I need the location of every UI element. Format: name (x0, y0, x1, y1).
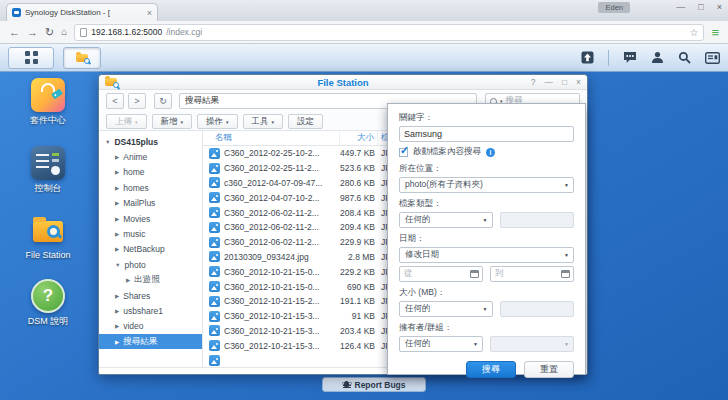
chevron-right-icon[interactable]: ▶ (115, 308, 119, 314)
browser-maximize-button[interactable]: □ (698, 2, 703, 12)
file-size: 203.4 KB (340, 326, 378, 336)
tree-item-music[interactable]: ▶music (99, 226, 202, 241)
back-icon[interactable]: ← (9, 27, 20, 38)
content-search-checkbox[interactable]: ✓ (399, 148, 408, 157)
tree-item-homes[interactable]: ▶homes (99, 180, 202, 195)
date-from-input[interactable]: 從 (399, 266, 483, 282)
browser-profile-badge[interactable]: Eden (598, 2, 630, 13)
chevron-right-icon[interactable]: ▶ (115, 200, 119, 206)
notifications-icon[interactable] (623, 51, 637, 64)
browser-tab[interactable]: Synology DiskStation - [ × (6, 3, 158, 21)
browser-close-button[interactable]: × (717, 2, 722, 12)
toolbar-button-label: 新增 (161, 116, 178, 128)
search-button[interactable]: 搜尋 (466, 361, 516, 378)
window-title-bar[interactable]: File Station ? — □ × (99, 75, 587, 90)
main-menu-button[interactable] (8, 47, 54, 69)
date-mode-value: 修改日期 (405, 249, 439, 261)
refresh-button[interactable]: ↻ (154, 93, 172, 109)
toolbar-button-操作[interactable]: 操作▾ (197, 114, 238, 129)
tree-item-搜尋結果[interactable]: ▶搜尋結果 (99, 334, 202, 349)
calendar-icon[interactable] (470, 270, 479, 278)
chevron-right-icon[interactable]: ▶ (115, 154, 119, 160)
size-select[interactable]: 任何的 ▼ (399, 301, 493, 317)
file-type-select[interactable]: 任何的 ▼ (399, 212, 493, 228)
search-icon[interactable] (678, 51, 691, 64)
taskbar-separator (608, 50, 609, 66)
desktop-icon-package-center[interactable]: 套件中心 (9, 78, 87, 127)
file-size: 2.8 MB (340, 252, 378, 262)
desktop-icon-control-panel[interactable]: 控制台 (9, 146, 87, 195)
chevron-right-icon[interactable]: ▶ (115, 246, 119, 252)
tree-item-NetBackup[interactable]: ▶NetBackup (99, 242, 202, 257)
toolbar-button-上傳[interactable]: 上傳▾ (106, 114, 147, 129)
window-close-button[interactable]: × (576, 78, 581, 87)
chevron-right-icon[interactable]: ▶ (115, 169, 119, 175)
report-bugs-button[interactable]: Report Bugs (322, 377, 426, 392)
file-size: 280.6 KB (340, 178, 378, 188)
advanced-search-panel: 關鍵字： ✓ 啟動檔案內容搜尋 i 所在位置： photo(所有子資料夾) ▼ … (387, 103, 586, 375)
forward-icon[interactable]: → (27, 27, 38, 38)
tree-item-photo[interactable]: ▼photo (99, 257, 202, 272)
tree-item-home[interactable]: ▶home (99, 165, 202, 180)
tree-item-video[interactable]: ▶video (99, 319, 202, 334)
chevron-right-icon[interactable]: ▶ (126, 277, 130, 283)
tree-item-label: 出遊照 (134, 274, 160, 286)
toolbar-button-新增[interactable]: 新增▾ (152, 114, 193, 129)
chevron-right-icon[interactable]: ▶ (115, 339, 119, 345)
home-icon[interactable]: ⌂ (61, 27, 67, 37)
tab-close-icon[interactable]: × (147, 8, 152, 18)
image-file-icon (209, 266, 220, 277)
chevron-right-icon[interactable]: ▶ (115, 323, 119, 329)
keyword-input[interactable] (399, 126, 574, 142)
chevron-right-icon[interactable]: ▶ (115, 293, 119, 299)
chevron-down-icon[interactable]: ▼ (105, 139, 110, 145)
chevron-right-icon[interactable]: ▶ (115, 231, 119, 237)
desktop-icon-file-station[interactable]: File Station (9, 214, 87, 260)
tree-item-MailPlus[interactable]: ▶MailPlus (99, 196, 202, 211)
reload-icon[interactable]: ↻ (45, 27, 54, 38)
image-file-icon (209, 340, 220, 351)
file-name: C360_2012-10-21-15-0... (224, 282, 319, 292)
toolbar-button-設定[interactable]: 設定 (288, 114, 323, 129)
bookmark-star-icon[interactable]: ☆ (689, 27, 698, 38)
tree-item-Shares[interactable]: ▶Shares (99, 288, 202, 303)
address-bar[interactable]: 192.168.1.62:5000 /index.cgi ☆ (74, 24, 704, 41)
column-header-size[interactable]: 大小 (340, 131, 378, 145)
reset-button[interactable]: 重置 (524, 361, 574, 378)
tree-item-usbshare1[interactable]: ▶usbshare1 (99, 303, 202, 318)
chevron-right-icon[interactable]: ▶ (115, 185, 119, 191)
tree-item-Movies[interactable]: ▶Movies (99, 211, 202, 226)
tree-item-出遊照[interactable]: ▶出遊照 (99, 273, 202, 288)
browser-menu-icon[interactable]: ≡ (711, 26, 719, 39)
window-help-button[interactable]: ? (531, 78, 536, 87)
date-to-input[interactable]: 到 (490, 266, 574, 282)
user-icon[interactable] (651, 51, 664, 64)
image-file-icon (209, 325, 220, 336)
browser-minimize-button[interactable]: — (676, 2, 685, 12)
date-mode-select[interactable]: 修改日期 ▼ (399, 247, 574, 263)
window-minimize-button[interactable]: — (544, 78, 553, 87)
location-select[interactable]: photo(所有子資料夾) ▼ (399, 177, 574, 193)
browser-toolbar: ← → ↻ ⌂ 192.168.1.62:5000 /index.cgi ☆ ≡ (0, 21, 728, 44)
chevron-down-icon[interactable]: ▼ (115, 262, 120, 268)
window-maximize-button[interactable]: □ (562, 78, 567, 87)
chevron-down-icon: ▾ (181, 119, 184, 125)
upload-queue-icon[interactable] (581, 51, 594, 64)
image-file-icon (209, 192, 220, 203)
date-label: 日期： (399, 233, 574, 245)
file-station-task-button[interactable] (63, 47, 101, 69)
toolbar-button-工具[interactable]: 工具▾ (243, 114, 284, 129)
owner-select[interactable]: 任何的 ▼ (399, 336, 483, 352)
nav-forward-button[interactable]: > (128, 93, 146, 109)
tree-item-DS415plus[interactable]: ▼DS415plus (99, 134, 202, 149)
pilot-view-icon[interactable] (705, 52, 720, 64)
dsm-desktop: 套件中心 控制台 File Station ? DSM 說明 File Stat… (0, 44, 728, 400)
desktop-icon-dsm-help[interactable]: ? DSM 說明 (9, 279, 87, 328)
info-icon[interactable]: i (486, 148, 495, 157)
column-header-name[interactable]: 名稱 (203, 131, 340, 145)
tree-item-Anime[interactable]: ▶Anime (99, 149, 202, 164)
nav-back-button[interactable]: < (106, 93, 124, 109)
tree-item-label: music (123, 229, 145, 239)
calendar-icon[interactable] (561, 270, 570, 278)
chevron-right-icon[interactable]: ▶ (115, 216, 119, 222)
